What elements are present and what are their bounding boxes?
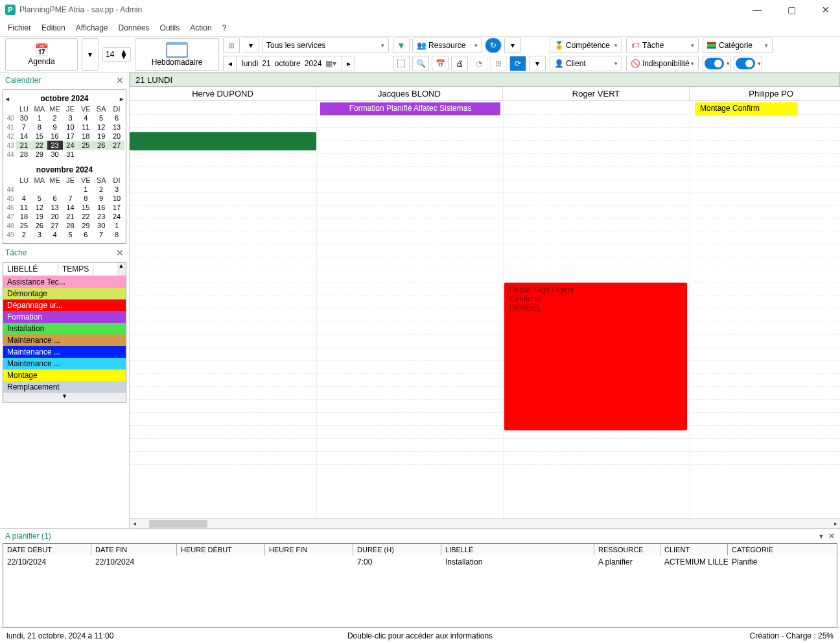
num-spinner[interactable]: 14 ▲▼ bbox=[102, 47, 131, 62]
task-scroll-up[interactable]: ▲ bbox=[117, 263, 126, 275]
event-formation[interactable]: Formation Planifié Alfatec Sistemas bbox=[318, 102, 500, 115]
select-tool-button[interactable] bbox=[393, 56, 410, 71]
calendar-day[interactable]: 20 bbox=[47, 212, 63, 221]
planner-collapse-icon[interactable]: ▾ bbox=[819, 532, 823, 541]
date-picker-icon[interactable]: ▦▾ bbox=[325, 59, 336, 68]
calendar-day[interactable]: 27 bbox=[47, 221, 63, 230]
task-col-label[interactable]: LIBELLÉ bbox=[3, 263, 58, 275]
calendar-day[interactable]: 13 bbox=[47, 203, 63, 212]
calendar-day[interactable]: 4 bbox=[78, 113, 93, 123]
event-montage[interactable]: Montage Confirm bbox=[692, 102, 797, 115]
calendar-day[interactable]: 4 bbox=[47, 230, 63, 239]
calendar-day[interactable]: 11 bbox=[78, 123, 93, 132]
calendar-day[interactable]: 18 bbox=[78, 132, 93, 141]
calendar-day[interactable]: 6 bbox=[78, 230, 93, 239]
calendar-day[interactable]: 9 bbox=[93, 194, 109, 203]
task-item[interactable]: Démontage bbox=[3, 288, 126, 299]
tache-combo[interactable]: 🏷 Tâche ▾ bbox=[626, 38, 699, 53]
calendar-day[interactable]: 23 bbox=[47, 141, 63, 150]
calendar-day[interactable]: 3 bbox=[32, 230, 47, 239]
calendar-day[interactable]: 14 bbox=[63, 203, 78, 212]
task-item[interactable]: Montage bbox=[3, 369, 126, 381]
indispo-combo[interactable]: 🚫 Indisponibilité ▾ bbox=[626, 56, 699, 71]
task-item[interactable]: Maintenance ... bbox=[3, 358, 126, 369]
calendar-day[interactable]: 18 bbox=[16, 212, 32, 221]
calendar-day[interactable]: 2 bbox=[93, 185, 109, 194]
menu-affichage[interactable]: Affichage bbox=[76, 23, 108, 32]
calendar-day[interactable]: 26 bbox=[93, 141, 109, 150]
calendar-day[interactable] bbox=[16, 185, 32, 194]
task-scroll-down[interactable]: ▼ bbox=[3, 393, 126, 402]
sync-dropdown[interactable]: ▾ bbox=[529, 56, 546, 71]
close-calendar-panel-icon[interactable]: ✕ bbox=[116, 75, 124, 86]
calendar-day[interactable]: 26 bbox=[32, 221, 47, 230]
planner-close-icon[interactable]: ✕ bbox=[828, 532, 835, 541]
task-item[interactable]: Dépannage ur... bbox=[3, 299, 126, 311]
minimize-button[interactable]: ― bbox=[747, 2, 767, 18]
pth-duree[interactable]: DURÉE (H) bbox=[353, 544, 441, 555]
pth-libelle[interactable]: LIBELLÉ bbox=[441, 544, 594, 555]
menu-edition[interactable]: Edition bbox=[41, 23, 65, 32]
competence-combo[interactable]: 🏅 Compétence ▾ bbox=[550, 38, 622, 53]
calendar-day[interactable] bbox=[93, 150, 109, 159]
pth-date-debut[interactable]: DATE DÉBUT bbox=[3, 544, 91, 555]
calendar-day[interactable]: 2 bbox=[47, 113, 63, 123]
toggle-1[interactable]: ▾ bbox=[703, 56, 731, 71]
calendar-day[interactable] bbox=[32, 185, 47, 194]
calendar-day[interactable]: 2 bbox=[16, 230, 32, 239]
calendar-day[interactable]: 21 bbox=[16, 141, 32, 150]
hebdomadaire-button[interactable]: Hebdomadaire bbox=[135, 38, 219, 71]
pth-heure-fin[interactable]: HEURE FIN bbox=[265, 544, 353, 555]
calendar-day[interactable]: 3 bbox=[109, 185, 124, 194]
pth-categorie[interactable]: CATÉGORIE bbox=[728, 544, 837, 555]
hierarchy-button[interactable]: ⊞ bbox=[223, 38, 240, 53]
service-combo[interactable]: Tous les services ▾ bbox=[262, 38, 389, 53]
calendar-day[interactable]: 30 bbox=[93, 221, 109, 230]
calendar-day[interactable]: 19 bbox=[93, 132, 109, 141]
calendar-day[interactable]: 6 bbox=[47, 194, 63, 203]
today-button[interactable]: 📅 bbox=[432, 56, 449, 71]
scroll-left-icon[interactable]: ◂ bbox=[130, 520, 139, 527]
client-combo[interactable]: 👤 Client ▾ bbox=[550, 56, 622, 71]
next-month-button[interactable]: ▸ bbox=[120, 95, 123, 102]
calendar-day[interactable]: 10 bbox=[63, 123, 78, 132]
scroll-right-icon[interactable]: ▸ bbox=[831, 520, 840, 527]
menu-help[interactable]: ? bbox=[222, 23, 227, 32]
calendar-day[interactable]: 21 bbox=[63, 212, 78, 221]
calendar-day[interactable]: 12 bbox=[32, 203, 47, 212]
calendar-day[interactable]: 19 bbox=[32, 212, 47, 221]
calendar-day[interactable]: 22 bbox=[78, 212, 93, 221]
resource-col-4[interactable]: Philippe PO bbox=[690, 87, 796, 100]
calendar-day[interactable]: 17 bbox=[63, 132, 78, 141]
categorie-combo[interactable]: Catégorie ▾ bbox=[703, 38, 773, 53]
calendar-day[interactable]: 8 bbox=[109, 230, 124, 239]
calendar-day[interactable]: 22 bbox=[32, 141, 47, 150]
task-item[interactable]: Formation bbox=[3, 311, 126, 323]
refresh-dropdown[interactable]: ▾ bbox=[504, 38, 521, 53]
calendar-day[interactable]: 28 bbox=[16, 150, 32, 159]
pth-ressource[interactable]: RESSOURCE bbox=[594, 544, 660, 555]
close-button[interactable]: ✕ bbox=[817, 2, 835, 18]
calendar-day[interactable]: 11 bbox=[16, 203, 32, 212]
calendar-day[interactable]: 7 bbox=[16, 123, 32, 132]
calendar-day[interactable]: 16 bbox=[47, 132, 63, 141]
calendar-day[interactable]: 1 bbox=[109, 221, 124, 230]
calendar-day[interactable]: 14 bbox=[16, 132, 32, 141]
agenda-button[interactable]: 📅 Agenda bbox=[5, 38, 78, 71]
calendar-day[interactable]: 7 bbox=[63, 194, 78, 203]
agenda-dropdown[interactable]: ▾ bbox=[82, 38, 99, 71]
sync-button[interactable]: ⟳ bbox=[509, 56, 526, 71]
calendar-day[interactable] bbox=[63, 185, 78, 194]
calendar-day[interactable]: 23 bbox=[93, 212, 109, 221]
calendar-day[interactable]: 1 bbox=[32, 113, 47, 123]
task-col-time[interactable]: TEMPS bbox=[58, 263, 93, 275]
calendar-day[interactable]: 10 bbox=[109, 194, 124, 203]
calendar-day[interactable]: 13 bbox=[109, 123, 124, 132]
toggle-2[interactable]: ▾ bbox=[734, 56, 762, 71]
calendar-day[interactable]: 29 bbox=[32, 150, 47, 159]
event-depannage[interactable]: Dépannage urgent Confirmé DENGEL bbox=[504, 283, 687, 430]
calendar-day[interactable]: 9 bbox=[47, 123, 63, 132]
date-display[interactable]: lundi 21 octobre 2024 ▦▾ bbox=[237, 56, 342, 71]
hierarchy-dropdown[interactable]: ▾ bbox=[242, 38, 259, 53]
calendar-day[interactable]: 24 bbox=[63, 141, 78, 150]
